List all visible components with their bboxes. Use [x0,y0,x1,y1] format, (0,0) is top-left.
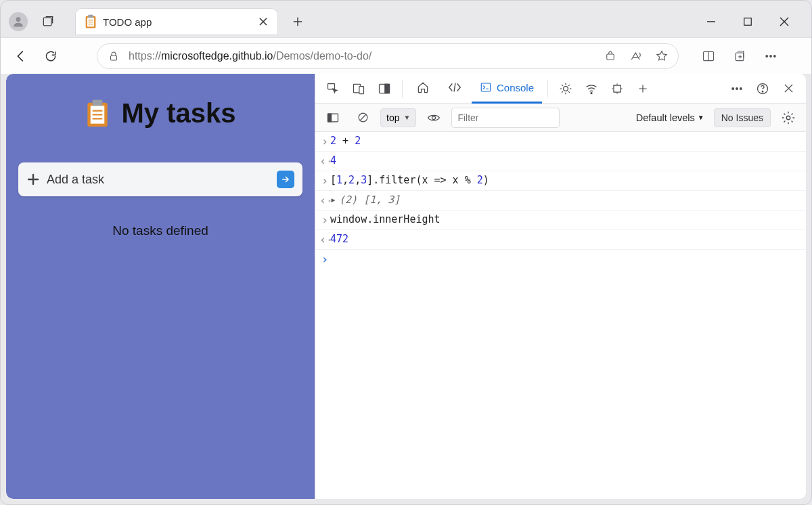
shopping-icon[interactable] [604,49,617,63]
tab-actions-icon[interactable] [40,14,56,30]
svg-rect-9 [111,56,117,60]
tab-elements[interactable] [439,74,470,104]
console-row: 472 [315,230,806,250]
read-aloud-icon[interactable] [629,49,643,63]
back-button[interactable] [10,45,32,67]
svg-point-33 [740,87,742,89]
maximize-button[interactable] [741,15,754,28]
console-settings-icon[interactable] [776,106,800,129]
browser-toolbar: https://microsoftedge.github.io/Demos/de… [1,37,811,74]
more-menu-icon[interactable] [764,49,777,63]
live-expression-icon[interactable] [422,106,446,129]
refresh-button[interactable] [40,45,62,67]
collections-icon[interactable] [733,49,746,63]
clear-console-icon[interactable] [351,106,375,129]
close-window-button[interactable] [777,15,791,28]
split-screen-icon[interactable] [702,49,715,63]
devtools-more-icon[interactable] [725,77,749,100]
tab-console[interactable]: Console [472,74,542,104]
svg-rect-37 [328,114,332,122]
tab-welcome[interactable] [408,74,438,104]
tab-console-label: Console [497,82,534,93]
svg-point-39 [432,116,436,119]
console-row: 4 [315,152,806,171]
console-output[interactable]: 2 + 24[1,2,3].filter(x => x % 2)▸(2) [1,… [315,132,806,499]
new-tab-button[interactable] [286,10,309,33]
performance-icon[interactable] [605,77,629,100]
content-area: My tasks Add a task No tasks defined Con… [6,74,806,499]
dock-side-icon[interactable] [372,77,397,100]
clipboard-icon [85,99,110,129]
svg-rect-30 [614,85,621,92]
add-task-placeholder: Add a task [47,173,270,187]
svg-point-32 [736,87,738,89]
filter-input[interactable] [451,108,560,128]
console-toolbar: top ▼ Default levels ▼ No Issues [315,104,806,132]
svg-point-13 [766,55,768,57]
favorite-icon[interactable] [655,49,669,63]
window-controls [704,15,805,28]
sources-icon[interactable] [554,77,578,100]
inspect-element-icon[interactable] [321,77,345,100]
browser-tab[interactable]: TODO app [75,8,278,35]
tab-close-button[interactable] [258,16,269,27]
svg-rect-27 [481,83,491,91]
console-row: ▸(2) [1, 3] [315,191,806,211]
more-tabs-button[interactable] [631,77,655,100]
svg-rect-4 [88,15,93,18]
devtools-panel: Console top ▼ Default levels ▼ No Iss [315,74,806,499]
svg-rect-1 [43,18,51,26]
svg-point-14 [770,55,772,57]
minimize-button[interactable] [704,15,718,28]
clipboard-icon [85,14,97,29]
address-bar[interactable]: https://microsoftedge.github.io/Demos/de… [97,43,679,69]
svg-rect-18 [92,100,102,106]
help-icon[interactable] [750,77,775,100]
profile-avatar[interactable] [9,12,28,31]
page-title-text: My tasks [122,98,236,129]
url-text: https://microsoftedge.github.io/Demos/de… [129,50,595,62]
svg-rect-22 [328,83,335,89]
tab-title: TODO app [103,16,252,28]
svg-point-28 [564,86,568,91]
console-row: [1,2,3].filter(x => x % 2) [315,171,806,191]
empty-state-text: No tasks defined [112,223,208,238]
svg-point-35 [762,91,763,92]
svg-point-29 [591,92,592,93]
svg-rect-10 [607,54,614,60]
log-levels-dropdown[interactable]: Default levels ▼ [632,112,708,123]
svg-rect-8 [744,18,752,26]
svg-point-0 [16,17,21,22]
devtools-toolbar: Console [315,74,806,104]
context-selector-value: top [386,112,399,123]
page-title: My tasks [85,98,236,129]
console-row: window.innerHeight [315,211,806,230]
add-task-input[interactable]: Add a task [18,162,302,196]
svg-rect-24 [359,86,364,93]
devtools-close-button[interactable] [776,77,800,100]
lock-icon [107,49,120,63]
network-icon[interactable] [579,77,604,100]
svg-point-31 [732,87,734,89]
svg-point-40 [786,116,790,120]
plus-icon [26,173,40,186]
svg-point-15 [774,55,776,57]
console-prompt[interactable] [315,250,806,269]
submit-task-button[interactable] [277,171,294,188]
device-toolbar-icon[interactable] [346,77,371,100]
context-selector[interactable]: top ▼ [380,108,416,127]
console-row: 2 + 2 [315,132,806,152]
todo-app-page: My tasks Add a task No tasks defined [6,74,315,499]
console-sidebar-toggle[interactable] [321,106,345,129]
svg-rect-26 [385,84,390,93]
issues-button[interactable]: No Issues [714,108,771,127]
browser-tabstrip: TODO app [1,1,811,37]
